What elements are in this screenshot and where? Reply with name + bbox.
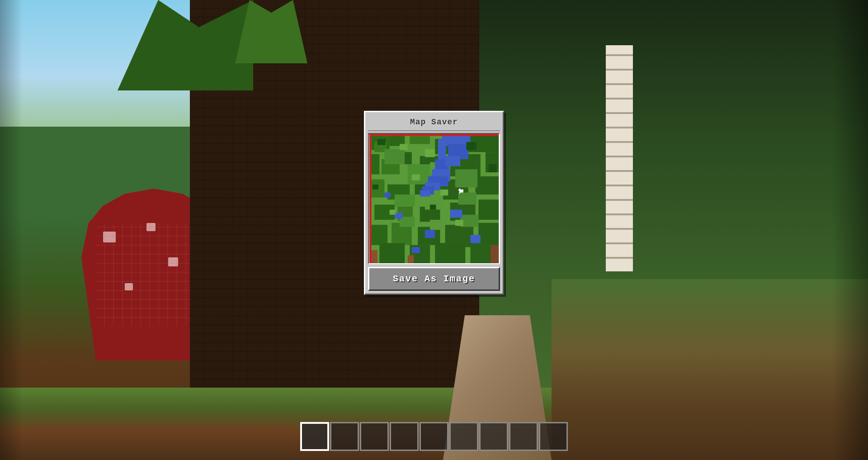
svg-rect-66 <box>467 142 476 150</box>
svg-rect-5 <box>410 136 430 144</box>
svg-rect-56 <box>412 247 420 253</box>
svg-rect-49 <box>420 190 430 196</box>
svg-rect-75 <box>458 190 463 190</box>
hotbar-slot-9[interactable] <box>539 422 568 451</box>
svg-rect-63 <box>390 210 396 215</box>
svg-rect-36 <box>455 169 477 187</box>
hotbar <box>300 422 568 451</box>
dark-edge-left <box>0 0 23 460</box>
svg-rect-23 <box>478 199 499 220</box>
hotbar-slot-8[interactable] <box>509 422 538 451</box>
right-ground <box>552 279 868 460</box>
svg-rect-61 <box>412 174 420 180</box>
map-canvas <box>369 134 499 263</box>
svg-rect-57 <box>470 235 480 243</box>
svg-rect-68 <box>489 164 497 172</box>
save-as-image-button[interactable]: Save As Image <box>368 267 500 291</box>
svg-rect-52 <box>445 156 461 166</box>
dialog-title-bar: Map Saver <box>368 115 500 131</box>
svg-rect-65 <box>377 139 386 145</box>
svg-rect-67 <box>373 185 378 190</box>
hotbar-slot-3[interactable] <box>360 422 389 451</box>
mushroom-spot-2 <box>168 257 178 266</box>
hotbar-slot-7[interactable] <box>479 422 508 451</box>
svg-rect-54 <box>425 230 435 238</box>
svg-rect-72 <box>408 255 414 263</box>
svg-rect-76 <box>369 134 499 136</box>
svg-rect-77 <box>369 134 371 263</box>
svg-rect-33 <box>385 149 405 165</box>
hotbar-slot-4[interactable] <box>390 422 419 451</box>
map-saver-dialog: Map Saver <box>364 111 504 295</box>
svg-rect-28 <box>478 223 499 245</box>
svg-rect-18 <box>476 176 499 194</box>
svg-rect-55 <box>450 210 462 218</box>
hotbar-slot-1[interactable] <box>300 422 329 451</box>
hotbar-slot-6[interactable] <box>449 422 478 451</box>
svg-rect-31 <box>435 243 465 263</box>
svg-rect-29 <box>379 243 405 263</box>
map-preview <box>368 133 500 264</box>
dark-edge-right <box>832 0 868 460</box>
mushroom-spot-4 <box>146 223 156 231</box>
svg-rect-37 <box>395 194 415 207</box>
mushroom-spot-3 <box>125 283 133 290</box>
svg-rect-62 <box>440 190 448 195</box>
svg-rect-71 <box>491 245 499 263</box>
svg-rect-64 <box>455 220 463 226</box>
hotbar-slot-5[interactable] <box>420 422 448 451</box>
birch-tree <box>606 45 633 271</box>
svg-rect-39 <box>458 193 476 205</box>
svg-rect-41 <box>430 220 445 230</box>
dialog-title: Map Saver <box>410 118 458 127</box>
mushroom-spot-1 <box>103 232 116 242</box>
svg-rect-58 <box>385 193 391 198</box>
map-image <box>369 134 499 263</box>
svg-rect-24 <box>369 225 387 245</box>
svg-rect-69 <box>430 204 436 209</box>
svg-rect-60 <box>425 149 435 157</box>
svg-rect-59 <box>400 144 408 150</box>
hotbar-slot-2[interactable] <box>330 422 359 451</box>
